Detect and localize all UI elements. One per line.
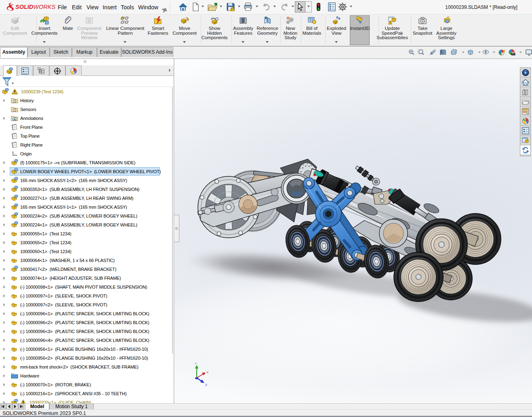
svg-text:!: ! <box>390 21 391 25</box>
svg-text:X: X <box>206 371 209 374</box>
svg-text:Z: Z <box>205 383 207 387</box>
svg-text:SOLIDWORKS: SOLIDWORKS <box>15 4 55 10</box>
svg-text:A: A <box>14 118 16 121</box>
svg-text:Y: Y <box>195 362 197 365</box>
svg-text:!: ! <box>231 7 233 11</box>
